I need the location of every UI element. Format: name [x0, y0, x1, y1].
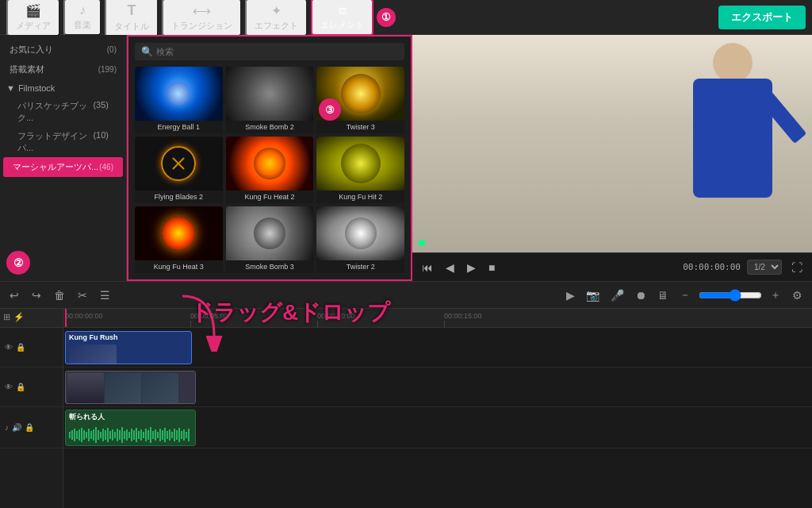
svg-rect-29 — [136, 428, 137, 442]
magnet-button[interactable]: ⚡ — [13, 312, 25, 322]
svg-rect-1 — [69, 432, 71, 438]
panel-martial[interactable]: マーシャルアーツパ... (46) — [3, 157, 123, 177]
element-energy-ball[interactable]: Energy Ball 1 — [135, 67, 223, 133]
toolbar-title[interactable]: T タイトル — [105, 0, 159, 37]
element-kung-fu-heat3[interactable]: Kung Fu Heat 3 — [135, 206, 223, 273]
svg-rect-8 — [86, 432, 87, 438]
toolbar-title-label: タイトル — [114, 21, 149, 33]
panel-favorites[interactable]: お気に入り (0) — [0, 40, 126, 60]
toolbar-element[interactable]: ⧈ エレメント — [311, 0, 373, 36]
element-kung-fu-heat2[interactable]: Kung Fu Heat 2 — [226, 137, 314, 203]
add-track-button[interactable]: ⊞ — [3, 312, 10, 322]
play-timeline-button[interactable]: ▶ — [563, 287, 578, 303]
cut-button[interactable]: ✂ — [75, 287, 90, 303]
svg-rect-34 — [147, 430, 149, 440]
fullscreen-button[interactable]: ⛶ — [788, 260, 806, 275]
svg-rect-6 — [81, 428, 82, 442]
element-flying-blades2[interactable]: Flying Blades 2 — [135, 137, 223, 203]
undo-button[interactable]: ↩ — [6, 287, 22, 303]
play-button[interactable]: ▶ — [464, 260, 479, 275]
zoom-slider[interactable] — [699, 289, 762, 302]
toolbar-media[interactable]: 🎬 メディア — [6, 0, 60, 37]
stop-button[interactable]: ■ — [485, 260, 498, 275]
track-row-audio: 斬られる人 — [63, 407, 812, 448]
svg-rect-45 — [174, 429, 175, 441]
export-button[interactable]: エクスポート — [718, 6, 806, 29]
element-label-twister2: Twister 2 — [316, 260, 404, 273]
preview-controls: ⏮ ◀ ▶ ■ 00:00:00:00 1/2 ⛶ — [412, 252, 812, 281]
zoom-in-button[interactable]: ＋ — [767, 287, 784, 304]
monitor-button[interactable]: 🖥 — [654, 287, 672, 303]
panel-paris[interactable]: パリスケッチブック... (35) — [0, 97, 126, 127]
waveform-svg — [69, 425, 192, 444]
element-icon: ⧈ — [339, 3, 347, 17]
clip-video[interactable] — [65, 371, 196, 404]
element-kung-fu-hit2[interactable]: Kung Fu Hit 2 — [316, 137, 404, 203]
toolbar-transition[interactable]: ⟷ トランジション — [162, 0, 242, 37]
elements-search-bar[interactable]: 🔍 — [135, 43, 404, 60]
eye-icon-video[interactable]: 👁 — [5, 383, 13, 391]
svg-rect-20 — [114, 432, 116, 438]
time-display: 00:00:00:00 — [683, 262, 741, 272]
mic-button[interactable]: 🎤 — [607, 287, 627, 303]
panel-flat[interactable]: フラットデザインパ... (10) — [0, 127, 126, 157]
speaker-icon-audio[interactable]: 🔊 — [12, 423, 21, 432]
settings-button[interactable]: ⚙ — [789, 287, 806, 303]
svg-rect-5 — [79, 429, 80, 441]
prev-frame-button[interactable]: ◀ — [442, 260, 458, 275]
lock-icon-video[interactable]: 🔒 — [16, 383, 25, 391]
element-label-kung-fu-heat3: Kung Fu Heat 3 — [135, 260, 223, 273]
svg-rect-15 — [102, 429, 104, 441]
redo-button[interactable]: ↪ — [29, 287, 44, 303]
svg-rect-9 — [88, 429, 90, 441]
toolbar-music[interactable]: ♪ 音楽 — [63, 0, 102, 36]
main-area: ② お気に入り (0) 搭載素材 (199) ▼ Filmstock パリスケッ… — [0, 35, 812, 281]
svg-rect-33 — [145, 429, 147, 441]
svg-rect-2 — [71, 430, 73, 440]
record-button[interactable]: ⏺ — [632, 287, 649, 303]
svg-rect-17 — [107, 428, 109, 442]
panel-filmstock[interactable]: ▼ Filmstock — [0, 79, 126, 97]
eye-icon-overlay[interactable]: 👁 — [5, 343, 13, 352]
track-label-audio: ♪ 🔊 🔒 — [0, 407, 63, 448]
svg-rect-11 — [93, 429, 94, 441]
menu-button[interactable]: ☰ — [97, 287, 113, 303]
elements-grid: Energy Ball 1 Smoke Bomb 2 Twister 3 — [135, 67, 404, 273]
lock-icon-audio[interactable]: 🔒 — [25, 423, 34, 432]
svg-rect-23 — [121, 427, 123, 443]
toolbar-element-label: エレメント — [320, 19, 364, 31]
clip-overlay-thumb — [69, 344, 117, 364]
delete-button[interactable]: 🗑 — [51, 287, 68, 303]
toolbar-media-label: メディア — [16, 20, 51, 32]
clip-audio[interactable]: 斬られる人 — [65, 410, 196, 446]
search-input[interactable] — [156, 47, 398, 56]
quality-select[interactable]: 1/2 — [747, 260, 782, 275]
preview-video — [412, 35, 812, 252]
svg-rect-16 — [105, 430, 106, 440]
element-thumb-smoke-bomb2 — [226, 67, 314, 121]
playhead[interactable] — [65, 309, 67, 327]
svg-rect-28 — [133, 430, 135, 440]
elements-panel: ③ 🔍 Energy Ball 1 Smoke Bomb 2 Twister 3 — [127, 35, 412, 281]
camera-button[interactable]: 📷 — [583, 287, 603, 303]
ruler-line-3 — [444, 321, 445, 327]
toolbar-effect[interactable]: ✦ エフェクト — [245, 0, 308, 37]
panel-stickers[interactable]: 搭載素材 (199) — [0, 60, 126, 79]
search-icon: 🔍 — [141, 46, 153, 57]
element-smoke-bomb2[interactable]: Smoke Bomb 2 — [226, 67, 314, 133]
element-thumb-kung-fu-heat3 — [135, 206, 223, 260]
svg-rect-26 — [128, 432, 130, 438]
element-smoke-bomb3[interactable]: Smoke Bomb 3 — [226, 206, 314, 273]
element-label-kung-fu-hit2: Kung Fu Hit 2 — [316, 190, 404, 203]
toolbar-transition-label: トランジション — [171, 20, 232, 32]
lock-icon-overlay[interactable]: 🔒 — [16, 343, 25, 352]
zoom-out-button[interactable]: － — [676, 287, 694, 304]
svg-rect-7 — [83, 430, 85, 440]
svg-rect-14 — [100, 432, 102, 438]
waveform — [66, 424, 195, 446]
music-icon-audio: ♪ — [5, 423, 9, 432]
skip-back-button[interactable]: ⏮ — [419, 260, 436, 275]
element-twister2[interactable]: Twister 2 — [316, 206, 404, 273]
element-label-energy-ball: Energy Ball 1 — [135, 121, 223, 133]
annotation-3: ③ — [319, 98, 341, 121]
